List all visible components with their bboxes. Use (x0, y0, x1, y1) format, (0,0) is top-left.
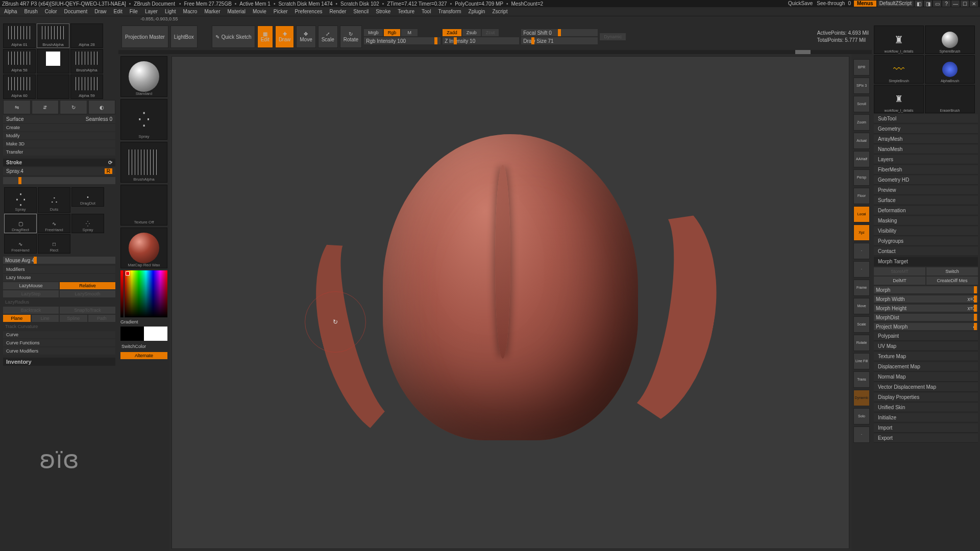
surface-section[interactable]: Surface (874, 196, 978, 205)
modify-item[interactable]: Modify (3, 132, 115, 139)
stroke-spray2[interactable]: ⁛Spray (71, 214, 104, 233)
menu-picker[interactable]: Picker (274, 9, 288, 14)
uvmap-section[interactable]: UV Map (874, 342, 978, 351)
subtool-section[interactable]: SubTool (874, 114, 978, 123)
window-button[interactable]: ◧ (915, 1, 923, 7)
main-color[interactable] (120, 327, 144, 341)
import-section[interactable]: Import (874, 423, 978, 433)
alternate-button[interactable]: Alternate (120, 352, 167, 359)
geometryhd-section[interactable]: Geometry HD (874, 176, 978, 185)
alpha-thumb[interactable]: BrushAlpha (37, 23, 69, 48)
morph-height-slider[interactable]: Morph Heightx=2 (874, 305, 978, 312)
delmt-button[interactable]: DelMT (874, 277, 925, 285)
brush-selector[interactable]: Standard (120, 56, 167, 97)
transfer-item[interactable]: Transfer (3, 148, 115, 156)
arraymesh-section[interactable]: ArrayMesh (874, 135, 978, 144)
seamless-slider[interactable]: Seamless 0 (86, 116, 112, 122)
menu-document[interactable]: Document (64, 9, 88, 14)
maximize-button[interactable]: ☐ (961, 1, 969, 7)
normalmap-section[interactable]: Normal Map (874, 372, 978, 382)
collapse-icon[interactable]: ⟳ (108, 160, 112, 165)
flip-h-button[interactable]: ⇋ (3, 100, 31, 114)
stroke-freehand2[interactable]: ∿FreeHand (4, 234, 37, 254)
curve-functions-header[interactable]: Curve Functions (3, 339, 115, 346)
alpha-thumb[interactable]: Alpha 01 (3, 23, 36, 48)
menu-material[interactable]: Material (228, 9, 246, 14)
morph-dist-slider[interactable]: MorphDist (874, 314, 978, 321)
relative-button[interactable]: Relative (60, 282, 115, 289)
menu-alpha[interactable]: Alpha (4, 9, 17, 14)
quick-sketch-button[interactable]: ✎Quick Sketch (212, 26, 255, 48)
quicksave-button[interactable]: QuickSave (785, 1, 816, 7)
rotate-button[interactable]: ↻ (60, 100, 87, 114)
default-zscript-button[interactable]: DefaultZScript (877, 1, 914, 7)
extra-button[interactable]: · (853, 427, 870, 443)
menu-preferences[interactable]: Preferences (295, 9, 323, 14)
mrgb-toggle[interactable]: Mrgb (364, 29, 383, 36)
actual-button[interactable]: Actual (853, 133, 870, 149)
texture-selector[interactable]: Texture Off (120, 185, 167, 226)
alpha-thumb[interactable]: BrushAlpha (70, 49, 103, 73)
r-toggle[interactable]: R (105, 168, 112, 174)
stroke-dots[interactable]: ∴Dots (38, 187, 70, 213)
bpr-button[interactable]: BPR (853, 59, 870, 76)
spix-button[interactable]: SPix 3 (853, 78, 870, 94)
trans-button[interactable]: Trans (853, 371, 870, 388)
geometry-section[interactable]: Geometry (874, 124, 978, 134)
alpha-thumb[interactable]: Alpha 28 (70, 23, 103, 48)
menu-zscript[interactable]: Zscript (492, 9, 507, 14)
material-selector[interactable]: MatCap Red Wax (120, 228, 167, 268)
mouse-avg-slider[interactable]: Mouse Avg 4 (3, 257, 115, 264)
menu-zplugin[interactable]: Zplugin (469, 9, 485, 14)
texturemap-section[interactable]: Texture Map (874, 352, 978, 361)
close-button[interactable]: ✕ (970, 1, 978, 7)
menu-draw[interactable]: Draw (94, 9, 106, 14)
fibermesh-section[interactable]: FiberMesh (874, 165, 978, 174)
creatediff-button[interactable]: CreateDiff Mes (926, 277, 978, 285)
scroll-button[interactable]: Scroll (853, 96, 870, 112)
projection-master-button[interactable]: Projection Master (121, 26, 168, 48)
alpha-selector[interactable]: BrushAlpha (120, 142, 167, 183)
displayprops-section[interactable]: Display Properties (874, 393, 978, 402)
inventory-header[interactable]: Inventory (3, 358, 115, 366)
floor-button[interactable]: Floor (853, 188, 870, 204)
help-button[interactable]: ? (942, 1, 950, 7)
masking-section[interactable]: Masking (874, 216, 978, 226)
menus-button[interactable]: Menus (854, 1, 876, 7)
zcut-toggle[interactable]: Zcut (482, 29, 499, 36)
edit-button[interactable]: ▦Edit (257, 26, 273, 48)
lightbox-button[interactable]: LightBox (170, 26, 198, 48)
invert-button[interactable]: ◐ (88, 100, 116, 114)
switch-color-button[interactable]: SwitchColor (120, 343, 167, 350)
rgb-toggle[interactable]: Rgb (384, 29, 401, 36)
stroke-freehand[interactable]: ∿FreeHand (38, 214, 70, 233)
morph-width-slider[interactable]: Morph Widthx=2 (874, 295, 978, 303)
menu-stencil[interactable]: Stencil (353, 9, 369, 14)
focal-shift-slider[interactable]: Focal Shift 0 (521, 29, 598, 36)
seethrough-value[interactable]: 0 (846, 1, 853, 7)
displacement-section[interactable]: Displacement Map (874, 362, 978, 371)
initialize-section[interactable]: Initialize (874, 413, 978, 422)
contact-section[interactable]: Contact (874, 247, 978, 256)
zoom-button[interactable]: Zoom (853, 114, 870, 131)
aahalf-button[interactable]: AAHalf (853, 151, 870, 167)
rotate-button[interactable]: ↻Rotate (340, 26, 362, 48)
flip-v-button[interactable]: ⇵ (32, 100, 59, 114)
stroke-dragdot[interactable]: •DragDot (71, 187, 104, 207)
tool-alpha[interactable]: AlphaBrush (925, 55, 975, 84)
menu-stroke[interactable]: Stroke (376, 9, 390, 14)
menu-marker[interactable]: Marker (204, 9, 220, 14)
menu-color[interactable]: Color (45, 9, 57, 14)
polypaint-section[interactable]: Polypaint (874, 332, 978, 341)
alpha-thumb[interactable]: Alpha 60 (3, 74, 36, 99)
menu-layer[interactable]: Layer (145, 9, 158, 14)
timeline-scrub[interactable] (118, 50, 872, 54)
layers-section[interactable]: Layers (874, 155, 978, 164)
m-toggle[interactable]: M (401, 29, 418, 36)
secondary-color[interactable] (144, 327, 167, 341)
project-morph-slider[interactable]: Project Morph● (874, 323, 978, 330)
window-button[interactable]: ◨ (924, 1, 932, 7)
zadd-toggle[interactable]: Zadd (443, 29, 461, 36)
solo-button[interactable]: Solo (853, 408, 870, 424)
curve-header[interactable]: Curve (3, 331, 115, 338)
